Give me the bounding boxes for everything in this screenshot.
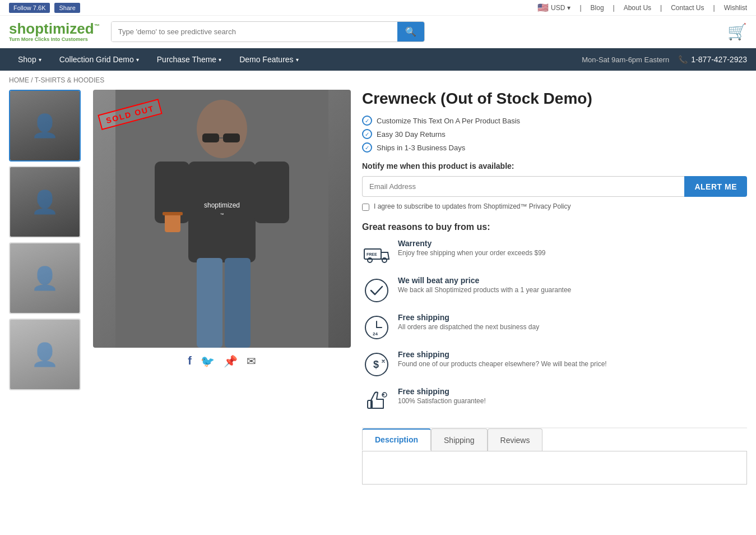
alert-button[interactable]: ALERT ME: [684, 176, 747, 197]
reasons-title: Great reasons to buy from us:: [362, 222, 747, 232]
nav-right: Mon-Sat 9am-6pm Eastern 📞 1-877-427-2923: [582, 55, 747, 64]
feature-item-1: ✓ Customize This Text On A Per Product B…: [362, 116, 747, 126]
nav-purchase-chevron-icon: ▾: [219, 57, 221, 63]
contact-link[interactable]: Contact Us: [671, 4, 704, 12]
nav-item-collection-grid[interactable]: Collection Grid Demo ▾: [50, 48, 148, 71]
svg-rect-13: [163, 212, 183, 215]
main-product-image: shoptimized ™: [93, 90, 351, 348]
pinterest-share-icon[interactable]: 📌: [224, 354, 238, 368]
svg-rect-3: [223, 133, 240, 142]
notify-form: ALERT ME: [362, 176, 747, 197]
svg-rect-9: [225, 258, 251, 348]
blog-link[interactable]: Blog: [591, 4, 604, 12]
phone-icon: 📞: [678, 55, 688, 64]
top-bar-left: Follow 7.6K Share: [9, 3, 80, 13]
pipe-divider: |: [713, 4, 715, 12]
fb-share-button[interactable]: Share: [54, 3, 80, 13]
reason-title-4: Free shipping: [398, 350, 607, 359]
nav-item-shop[interactable]: Shop ▾: [9, 48, 50, 71]
svg-rect-8: [197, 258, 222, 348]
svg-rect-5: [188, 162, 256, 262]
product-container: 👤 👤 👤 👤: [0, 90, 756, 496]
nav-phone: 📞 1-877-427-2923: [678, 55, 747, 64]
nav-hours: Mon-Sat 9am-6pm Eastern: [582, 56, 669, 64]
search-input[interactable]: [112, 22, 397, 41]
tabs-area: Description Shipping Reviews: [362, 427, 747, 485]
tab-shipping[interactable]: Shipping: [431, 428, 488, 451]
reason-text-3: Free shipping All orders are dispatched …: [398, 313, 539, 331]
svg-text:24: 24: [373, 331, 378, 336]
tabs-header: Description Shipping Reviews: [362, 428, 747, 451]
email-share-icon[interactable]: ✉: [247, 354, 256, 368]
breadcrumb-home[interactable]: HOME: [9, 76, 29, 84]
thumbnail-1[interactable]: 👤: [9, 90, 81, 162]
reason-desc-3: All orders are dispatched the next busin…: [398, 323, 539, 331]
nav-shop-chevron-icon: ▾: [39, 57, 41, 63]
feature-text-3: Ships in 1-3 Business Days: [377, 144, 465, 152]
thumbnail-2[interactable]: 👤: [9, 166, 81, 238]
top-bar: Follow 7.6K Share 🇺🇸 USD ▾ | Blog | Abou…: [0, 0, 756, 16]
subscribe-text: I agree to subscribe to updates from Sho…: [374, 202, 571, 210]
thumb-image-4: 👤: [10, 320, 80, 389]
currency-selector[interactable]: 🇺🇸 USD ▾: [537, 2, 571, 13]
tab-content: [362, 451, 747, 485]
svg-text:FREE: FREE: [367, 252, 377, 256]
svg-point-1: [197, 100, 247, 158]
feature-item-2: ✓ Easy 30 Day Returns: [362, 129, 747, 139]
nav-item-demo-features[interactable]: Demo Features ▾: [230, 48, 307, 71]
product-info: Crewneck (Out of Stock Demo) ✓ Customize…: [362, 90, 747, 485]
reason-item-2: We will beat any price We back all Shopt…: [362, 276, 747, 305]
thumbsup-icon: ★: [362, 387, 391, 416]
facebook-share-icon[interactable]: f: [188, 354, 192, 368]
reason-title-3: Free shipping: [398, 313, 539, 322]
logo-area: shoptimized™ Turn More Clicks Into Custo…: [9, 21, 100, 42]
thumb-image-1: 👤: [10, 91, 80, 160]
svg-text:™: ™: [220, 213, 224, 216]
svg-rect-7: [254, 162, 289, 223]
nav-shop-label: Shop: [18, 55, 36, 64]
tab-reviews[interactable]: Reviews: [488, 428, 543, 451]
nav-purchase-label: Purchase Theme: [157, 55, 216, 64]
subscribe-checkbox[interactable]: [362, 204, 369, 211]
twitter-share-icon[interactable]: 🐦: [201, 354, 215, 368]
phone-number: 1-877-427-2923: [691, 55, 747, 64]
product-features: ✓ Customize This Text On A Per Product B…: [362, 116, 747, 153]
pipe-divider: |: [660, 4, 662, 12]
thumbnail-4[interactable]: 👤: [9, 319, 81, 390]
reason-title-1: Warrenty: [398, 239, 546, 248]
breadcrumb-category: T-SHIRTS & HOODIES: [35, 76, 104, 84]
email-input[interactable]: [362, 176, 684, 197]
reason-title-5: Free shipping: [398, 387, 486, 396]
reason-text-4: Free shipping Found one of our products …: [398, 350, 607, 368]
nav-item-purchase-theme[interactable]: Purchase Theme ▾: [148, 48, 230, 71]
thumb-image-3: 👤: [10, 243, 80, 313]
logo: shoptimized™ Turn More Clicks Into Custo…: [9, 21, 100, 42]
thumbnail-3[interactable]: 👤: [9, 242, 81, 314]
wishlist-link[interactable]: Wishlist: [724, 4, 747, 12]
check-icon-2: ✓: [362, 129, 372, 139]
breadcrumb: HOME / T-SHIRTS & HOODIES: [0, 71, 756, 90]
svg-point-19: [365, 279, 388, 302]
svg-text:★: ★: [382, 393, 385, 396]
cart-icon[interactable]: 🛒: [727, 22, 747, 41]
tab-description[interactable]: Description: [362, 428, 431, 451]
feature-text-1: Customize This Text On A Per Product Bas…: [377, 117, 520, 125]
header: shoptimized™ Turn More Clicks Into Custo…: [0, 16, 756, 48]
nav-demo-label: Demo Features: [239, 55, 293, 64]
reason-item-3: 24 Free shipping All orders are dispatch…: [362, 313, 747, 342]
fb-follow-button[interactable]: Follow 7.6K: [9, 3, 50, 13]
reason-desc-2: We back all Shoptimized products with a …: [398, 286, 571, 294]
thumb-image-2: 👤: [10, 167, 80, 237]
currency-chevron-icon: ▾: [567, 4, 571, 12]
clock-icon: 24: [362, 313, 391, 342]
pipe-divider: |: [613, 4, 615, 12]
thumbnails: 👤 👤 👤 👤: [9, 90, 82, 485]
about-link[interactable]: About Us: [624, 4, 651, 12]
notify-label: Notify me when this product is available…: [362, 162, 747, 170]
main-image-area: shoptimized ™ SOLD OUT: [93, 90, 351, 348]
search-bar: 🔍: [111, 21, 425, 42]
search-button[interactable]: 🔍: [397, 22, 424, 41]
subscribe-row: I agree to subscribe to updates from Sho…: [362, 202, 747, 211]
logo-tm: ™: [94, 23, 100, 29]
reason-text-1: Warrenty Enjoy free shipping when your o…: [398, 239, 546, 257]
